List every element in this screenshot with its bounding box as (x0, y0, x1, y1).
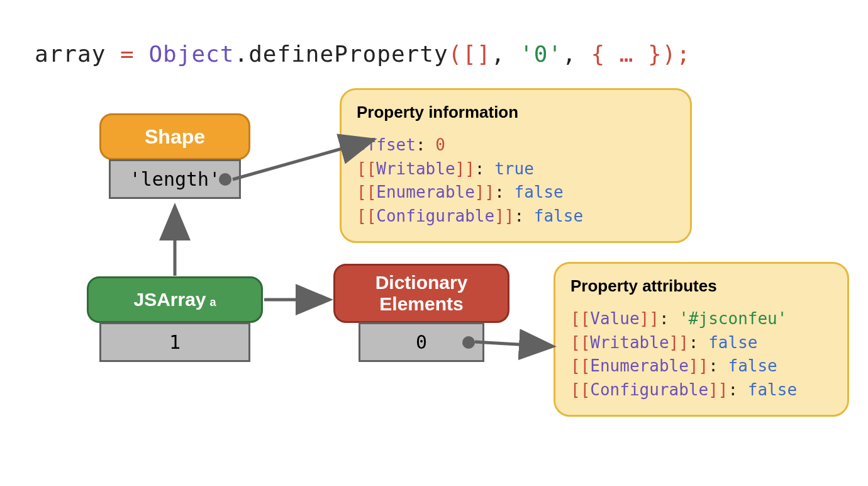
property-attributes-panel: Property attributes [[Value]]: '#jsconfe… (554, 262, 849, 417)
code-rparen: ); (662, 41, 691, 67)
dictionary-elements-box: Dictionary Elements (333, 264, 509, 323)
code-arg1: [] (462, 41, 491, 67)
dict-label-l2: Elements (376, 293, 468, 315)
configurable-val: false (534, 206, 583, 225)
value-key: Value (590, 309, 639, 328)
code-c2: , (562, 41, 591, 67)
jsarray-value-cell: 1 (99, 322, 250, 362)
writable-val: true (494, 159, 534, 178)
property-information-title: Property information (357, 103, 675, 122)
writable-line: [[Writable]]: true (357, 157, 675, 181)
attr-configurable-line: [[Configurable]]: false (570, 378, 832, 402)
configurable-key: Configurable (376, 206, 494, 225)
code-dot: . (234, 41, 248, 67)
attr-enumerable-val: false (728, 356, 777, 375)
code-lparen: ( (448, 41, 463, 67)
shape-length-cell: 'length' (109, 159, 241, 199)
shape-length-text: 'length' (130, 168, 221, 190)
dictionary-index: 0 (416, 331, 427, 353)
jsarray-label: JSArray (133, 289, 206, 310)
property-information-panel: Property information Offset: 0 [[Writabl… (340, 88, 692, 243)
shape-box: Shape (99, 113, 250, 160)
shape-label: Shape (145, 125, 205, 149)
attr-enumerable-line: [[Enumerable]]: false (570, 354, 832, 378)
jsarray-value: 1 (169, 331, 181, 353)
code-arg3: { … } (591, 41, 662, 67)
code-array: array (35, 41, 106, 67)
code-line: array = Object.defineProperty([], '0', {… (35, 41, 691, 67)
value-val: '#jsconfeu' (679, 309, 787, 328)
pointer-dot-icon (219, 173, 231, 186)
property-attributes-title: Property attributes (570, 276, 832, 296)
configurable-line: [[Configurable]]: false (357, 205, 675, 229)
attr-configurable-val: false (748, 380, 797, 399)
offset-line: Offset: 0 (357, 133, 675, 157)
code-object: Object (148, 41, 234, 67)
code-arg2: '0' (520, 41, 562, 67)
attr-writable-key: Writable (590, 333, 669, 352)
attr-writable-val: false (708, 333, 757, 352)
offset-val: 0 (435, 135, 445, 154)
attr-configurable-key: Configurable (590, 380, 708, 399)
offset-key: Offset (357, 135, 416, 154)
enumerable-line: [[Enumerable]]: false (357, 181, 675, 205)
writable-key: Writable (376, 159, 455, 178)
pointer-dot-icon (462, 336, 475, 349)
code-method: defineProperty (248, 41, 448, 67)
jsarray-sublabel: a (210, 296, 216, 308)
jsarray-box: JSArraya (87, 276, 263, 323)
code-c1: , (491, 41, 520, 67)
dictionary-index-cell: 0 (359, 322, 484, 362)
svg-line-4 (475, 342, 550, 346)
enumerable-key: Enumerable (376, 183, 475, 201)
attr-enumerable-key: Enumerable (590, 356, 689, 375)
value-line: [[Value]]: '#jsconfeu' (570, 307, 832, 331)
dict-label-l1: Dictionary (376, 272, 468, 294)
attr-writable-line: [[Writable]]: false (570, 331, 832, 355)
enumerable-val: false (514, 183, 563, 201)
code-eq: = (106, 41, 148, 67)
